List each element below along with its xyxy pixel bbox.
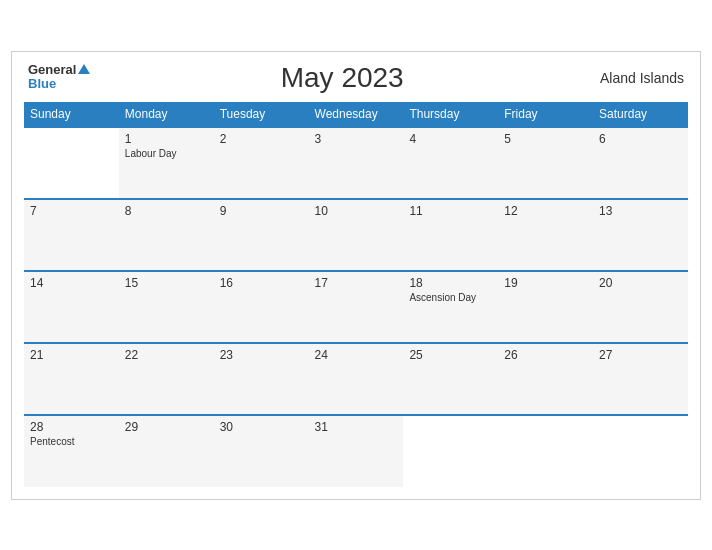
day-cell: 13 (593, 199, 688, 271)
day-cell: 14 (24, 271, 119, 343)
day-cell: 4 (403, 127, 498, 199)
day-number: 30 (220, 420, 303, 434)
day-cell: 18Ascension Day (403, 271, 498, 343)
day-number: 27 (599, 348, 682, 362)
day-number: 11 (409, 204, 492, 218)
day-cell: 10 (309, 199, 404, 271)
week-row-3: 21222324252627 (24, 343, 688, 415)
day-cell: 5 (498, 127, 593, 199)
header-saturday: Saturday (593, 102, 688, 127)
logo-blue-text: Blue (28, 76, 90, 92)
week-row-4: 28Pentecost293031 (24, 415, 688, 487)
day-number: 20 (599, 276, 682, 290)
day-cell (24, 127, 119, 199)
week-row-0: 1Labour Day23456 (24, 127, 688, 199)
day-cell: 30 (214, 415, 309, 487)
day-number: 19 (504, 276, 587, 290)
day-number: 26 (504, 348, 587, 362)
day-number: 10 (315, 204, 398, 218)
logo-triangle-icon (78, 64, 90, 74)
day-cell: 31 (309, 415, 404, 487)
calendar-header: General Blue May 2023 Aland Islands (24, 62, 688, 94)
calendar-region: Aland Islands (594, 70, 684, 86)
day-number: 4 (409, 132, 492, 146)
day-event: Pentecost (30, 436, 113, 447)
day-cell: 29 (119, 415, 214, 487)
day-cell: 20 (593, 271, 688, 343)
day-cell: 9 (214, 199, 309, 271)
day-cell: 2 (214, 127, 309, 199)
day-cell: 21 (24, 343, 119, 415)
days-header-row: Sunday Monday Tuesday Wednesday Thursday… (24, 102, 688, 127)
day-number: 18 (409, 276, 492, 290)
day-cell: 8 (119, 199, 214, 271)
day-number: 15 (125, 276, 208, 290)
day-cell: 16 (214, 271, 309, 343)
day-number: 9 (220, 204, 303, 218)
calendar-container: General Blue May 2023 Aland Islands Sund… (11, 51, 701, 500)
day-number: 12 (504, 204, 587, 218)
header-friday: Friday (498, 102, 593, 127)
day-number: 22 (125, 348, 208, 362)
day-cell: 7 (24, 199, 119, 271)
day-number: 29 (125, 420, 208, 434)
day-number: 7 (30, 204, 113, 218)
day-number: 2 (220, 132, 303, 146)
day-cell: 11 (403, 199, 498, 271)
day-number: 28 (30, 420, 113, 434)
header-sunday: Sunday (24, 102, 119, 127)
day-cell (498, 415, 593, 487)
day-number: 31 (315, 420, 398, 434)
day-cell: 27 (593, 343, 688, 415)
day-number: 17 (315, 276, 398, 290)
header-tuesday: Tuesday (214, 102, 309, 127)
day-number: 13 (599, 204, 682, 218)
day-cell: 6 (593, 127, 688, 199)
logo: General Blue (28, 63, 90, 92)
day-cell: 3 (309, 127, 404, 199)
day-cell: 12 (498, 199, 593, 271)
day-event: Labour Day (125, 148, 208, 159)
day-number: 3 (315, 132, 398, 146)
day-cell: 24 (309, 343, 404, 415)
day-number: 25 (409, 348, 492, 362)
day-cell (403, 415, 498, 487)
header-monday: Monday (119, 102, 214, 127)
day-cell: 19 (498, 271, 593, 343)
day-number: 21 (30, 348, 113, 362)
day-cell: 26 (498, 343, 593, 415)
week-row-2: 1415161718Ascension Day1920 (24, 271, 688, 343)
calendar-title: May 2023 (90, 62, 594, 94)
header-thursday: Thursday (403, 102, 498, 127)
day-number: 1 (125, 132, 208, 146)
day-number: 23 (220, 348, 303, 362)
day-number: 24 (315, 348, 398, 362)
day-number: 14 (30, 276, 113, 290)
day-number: 8 (125, 204, 208, 218)
day-number: 6 (599, 132, 682, 146)
day-cell: 15 (119, 271, 214, 343)
calendar-body: 1Labour Day23456789101112131415161718Asc… (24, 127, 688, 487)
day-cell: 22 (119, 343, 214, 415)
day-cell (593, 415, 688, 487)
week-row-1: 78910111213 (24, 199, 688, 271)
header-wednesday: Wednesday (309, 102, 404, 127)
logo-general-text: General (28, 63, 76, 76)
calendar-table: Sunday Monday Tuesday Wednesday Thursday… (24, 102, 688, 487)
day-cell: 17 (309, 271, 404, 343)
day-event: Ascension Day (409, 292, 492, 303)
day-number: 5 (504, 132, 587, 146)
day-cell: 25 (403, 343, 498, 415)
day-number: 16 (220, 276, 303, 290)
day-cell: 28Pentecost (24, 415, 119, 487)
day-cell: 1Labour Day (119, 127, 214, 199)
day-cell: 23 (214, 343, 309, 415)
